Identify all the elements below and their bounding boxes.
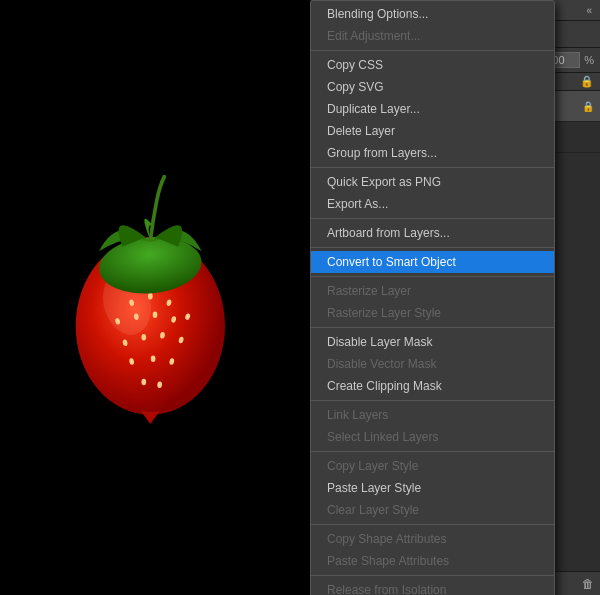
svg-point-19 <box>141 378 146 385</box>
menu-item-blending-options[interactable]: Blending Options... <box>311 3 554 25</box>
opacity-percent: % <box>584 54 594 66</box>
menu-item-label-quick-export-png: Quick Export as PNG <box>327 175 441 189</box>
menu-item-label-disable-vector-mask: Disable Vector Mask <box>327 357 436 371</box>
menu-separator <box>311 276 554 277</box>
menu-item-edit-adjustment: Edit Adjustment... <box>311 25 554 47</box>
delete-layer-icon[interactable]: 🗑 <box>582 577 594 591</box>
menu-separator <box>311 400 554 401</box>
menu-item-label-link-layers: Link Layers <box>327 408 388 422</box>
menu-item-link-layers: Link Layers <box>311 404 554 426</box>
menu-item-label-select-linked-layers: Select Linked Layers <box>327 430 438 444</box>
menu-item-label-blending-options: Blending Options... <box>327 7 428 21</box>
menu-item-label-group-from-layers: Group from Layers... <box>327 146 437 160</box>
layers-collapse-button[interactable]: « <box>586 5 592 16</box>
svg-point-17 <box>151 355 156 362</box>
menu-item-duplicate-layer[interactable]: Duplicate Layer... <box>311 98 554 120</box>
menu-item-label-edit-adjustment: Edit Adjustment... <box>327 29 420 43</box>
svg-point-9 <box>153 311 158 318</box>
svg-point-13 <box>141 333 146 340</box>
menu-item-label-copy-layer-style: Copy Layer Style <box>327 459 418 473</box>
menu-separator <box>311 50 554 51</box>
menu-item-label-export-as: Export As... <box>327 197 388 211</box>
menu-item-quick-export-png[interactable]: Quick Export as PNG <box>311 171 554 193</box>
menu-separator <box>311 575 554 576</box>
menu-item-copy-layer-style: Copy Layer Style <box>311 455 554 477</box>
lock-all-icon[interactable]: 🔒 <box>580 75 594 88</box>
menu-item-select-linked-layers: Select Linked Layers <box>311 426 554 448</box>
menu-item-rasterize-layer-style: Rasterize Layer Style <box>311 302 554 324</box>
menu-item-copy-shape-attributes: Copy Shape Attributes <box>311 528 554 550</box>
layer-lock-icon-layer1: 🔒 <box>582 101 594 112</box>
menu-separator <box>311 327 554 328</box>
menu-item-label-rasterize-layer-style: Rasterize Layer Style <box>327 306 441 320</box>
menu-separator <box>311 524 554 525</box>
menu-item-label-create-clipping-mask: Create Clipping Mask <box>327 379 442 393</box>
menu-item-label-paste-layer-style: Paste Layer Style <box>327 481 421 495</box>
menu-item-label-duplicate-layer: Duplicate Layer... <box>327 102 420 116</box>
menu-item-label-copy-css: Copy CSS <box>327 58 383 72</box>
menu-item-convert-smart-object[interactable]: Convert to Smart Object <box>311 251 554 273</box>
menu-item-label-rasterize-layer: Rasterize Layer <box>327 284 411 298</box>
menu-item-artboard-from-layers[interactable]: Artboard from Layers... <box>311 222 554 244</box>
menu-item-label-delete-layer: Delete Layer <box>327 124 395 138</box>
menu-item-label-release-from-isolation: Release from Isolation <box>327 583 446 595</box>
menu-item-disable-vector-mask: Disable Vector Mask <box>311 353 554 375</box>
menu-item-label-copy-svg: Copy SVG <box>327 80 384 94</box>
menu-item-paste-shape-attributes: Paste Shape Attributes <box>311 550 554 572</box>
menu-item-clear-layer-style: Clear Layer Style <box>311 499 554 521</box>
menu-item-group-from-layers[interactable]: Group from Layers... <box>311 142 554 164</box>
canvas-area <box>0 0 310 595</box>
menu-item-export-as[interactable]: Export As... <box>311 193 554 215</box>
menu-item-copy-css[interactable]: Copy CSS <box>311 54 554 76</box>
menu-separator <box>311 451 554 452</box>
menu-item-paste-layer-style[interactable]: Paste Layer Style <box>311 477 554 499</box>
menu-item-release-from-isolation: Release from Isolation <box>311 579 554 595</box>
menu-item-disable-layer-mask[interactable]: Disable Layer Mask <box>311 331 554 353</box>
menu-item-label-disable-layer-mask: Disable Layer Mask <box>327 335 432 349</box>
menu-separator <box>311 247 554 248</box>
strawberry-image <box>35 158 275 438</box>
menu-item-label-convert-smart-object: Convert to Smart Object <box>327 255 456 269</box>
menu-item-delete-layer[interactable]: Delete Layer <box>311 120 554 142</box>
menu-item-label-clear-layer-style: Clear Layer Style <box>327 503 419 517</box>
menu-item-copy-svg[interactable]: Copy SVG <box>311 76 554 98</box>
menu-item-label-copy-shape-attributes: Copy Shape Attributes <box>327 532 446 546</box>
menu-item-create-clipping-mask[interactable]: Create Clipping Mask <box>311 375 554 397</box>
menu-separator <box>311 218 554 219</box>
menu-item-label-paste-shape-attributes: Paste Shape Attributes <box>327 554 449 568</box>
menu-item-rasterize-layer: Rasterize Layer <box>311 280 554 302</box>
menu-item-label-artboard-from-layers: Artboard from Layers... <box>327 226 450 240</box>
menu-separator <box>311 167 554 168</box>
context-menu: Blending Options...Edit Adjustment...Cop… <box>310 0 555 595</box>
